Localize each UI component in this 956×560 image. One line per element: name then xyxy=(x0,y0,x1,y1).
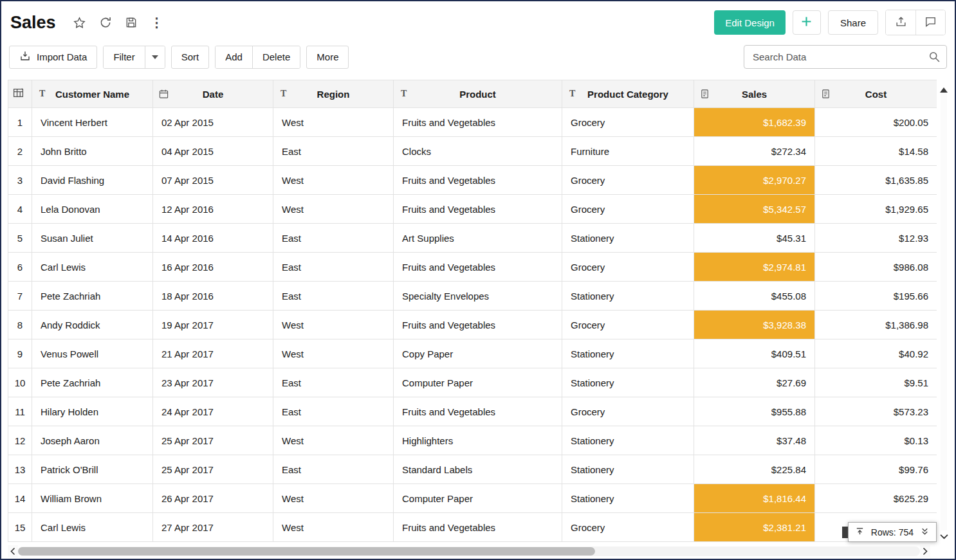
cell-product[interactable]: Clocks xyxy=(394,137,562,166)
cell-customer-name[interactable]: Lela Donovan xyxy=(32,195,153,224)
cell-product-category[interactable]: Grocery xyxy=(562,108,694,137)
table-row[interactable]: 5Susan Juliet14 Apr 2016EastArt Supplies… xyxy=(8,224,937,253)
cell-date[interactable]: 21 Apr 2017 xyxy=(153,339,273,368)
cell-region[interactable]: West xyxy=(273,484,394,513)
cell-product[interactable]: Fruits and Vegetables xyxy=(394,195,562,224)
table-row[interactable]: 4Lela Donovan12 Apr 2016WestFruits and V… xyxy=(8,195,937,224)
scroll-right-chevron-icon[interactable] xyxy=(920,545,930,557)
cell-sales[interactable]: $37.48 xyxy=(694,426,815,455)
column-header-product[interactable]: TProduct xyxy=(394,80,562,108)
cell-customer-name[interactable]: Pete Zachriah xyxy=(32,368,153,397)
cell-date[interactable]: 25 Apr 2017 xyxy=(153,455,273,484)
cell-region[interactable]: West xyxy=(273,108,394,137)
comments-button[interactable] xyxy=(915,10,945,35)
more-options-kebab-icon[interactable]: ⋮ xyxy=(151,16,163,29)
row-number[interactable]: 13 xyxy=(8,455,32,484)
table-row[interactable]: 11Hilary Holden24 Apr 2017EastFruits and… xyxy=(8,397,937,426)
row-number[interactable]: 1 xyxy=(8,108,32,137)
cell-region[interactable]: West xyxy=(273,513,394,542)
table-row[interactable]: 2John Britto04 Apr 2015EastClocksFurnitu… xyxy=(8,137,937,166)
cell-region[interactable]: East xyxy=(273,253,394,282)
cell-sales[interactable]: $455.08 xyxy=(694,282,815,311)
cell-sales[interactable]: $45.31 xyxy=(694,224,815,253)
horizontal-scrollbar-thumb[interactable] xyxy=(18,547,595,555)
cell-sales[interactable]: $1,682.39 xyxy=(694,108,815,137)
cell-date[interactable]: 18 Apr 2016 xyxy=(153,282,273,311)
cell-cost[interactable]: $200.05 xyxy=(815,108,937,137)
table-row[interactable]: 13Patrick O'Brill25 Apr 2017EastStandard… xyxy=(8,455,937,484)
cell-cost[interactable]: $9.51 xyxy=(815,368,937,397)
filter-button[interactable]: Filter xyxy=(104,46,144,68)
cell-customer-name[interactable]: David Flashing xyxy=(32,166,153,195)
cell-product[interactable]: Fruits and Vegetables xyxy=(394,166,562,195)
cell-region[interactable]: West xyxy=(273,426,394,455)
row-number[interactable]: 2 xyxy=(8,137,32,166)
search-icon[interactable] xyxy=(928,50,941,66)
cell-product-category[interactable]: Grocery xyxy=(562,195,694,224)
cell-sales[interactable]: $272.34 xyxy=(694,137,815,166)
cell-cost[interactable]: $195.66 xyxy=(815,282,937,311)
row-number[interactable]: 6 xyxy=(8,253,32,282)
row-number[interactable]: 7 xyxy=(8,282,32,311)
column-header-customer-name[interactable]: TCustomer Name xyxy=(32,80,153,108)
cell-sales[interactable]: $1,816.44 xyxy=(694,484,815,513)
cell-product[interactable]: Art Supplies xyxy=(394,224,562,253)
row-number[interactable]: 15 xyxy=(8,513,32,542)
cell-date[interactable]: 27 Apr 2017 xyxy=(153,513,273,542)
delete-button[interactable]: Delete xyxy=(252,46,300,68)
scroll-to-top-icon[interactable] xyxy=(855,527,865,538)
more-button[interactable]: More xyxy=(306,46,349,69)
filter-dropdown-button[interactable] xyxy=(145,46,165,68)
cell-region[interactable]: East xyxy=(273,282,394,311)
cell-region[interactable]: East xyxy=(273,455,394,484)
cell-sales[interactable]: $5,342.57 xyxy=(694,195,815,224)
cell-cost[interactable]: $0.13 xyxy=(815,426,937,455)
scroll-to-bottom-icon[interactable] xyxy=(920,527,930,538)
cell-product-category[interactable]: Grocery xyxy=(562,311,694,339)
row-number[interactable]: 8 xyxy=(8,311,32,339)
vertical-scrollbar-track[interactable] xyxy=(941,93,947,530)
cell-customer-name[interactable]: Joseph Aaron xyxy=(32,426,153,455)
cell-cost[interactable]: $12.93 xyxy=(815,224,937,253)
cell-customer-name[interactable]: Venus Powell xyxy=(32,339,153,368)
cell-region[interactable]: West xyxy=(273,166,394,195)
cell-sales[interactable]: $2,381.21 xyxy=(694,513,815,542)
row-number[interactable]: 4 xyxy=(8,195,32,224)
table-row[interactable]: 1Vincent Herbert02 Apr 2015WestFruits an… xyxy=(8,108,937,137)
cell-product-category[interactable]: Stationery xyxy=(562,339,694,368)
cell-sales[interactable]: $3,928.38 xyxy=(694,311,815,339)
cell-cost[interactable]: $1,386.98 xyxy=(815,311,937,339)
table-row[interactable]: 6Carl Lewis16 Apr 2016EastFruits and Veg… xyxy=(8,253,937,282)
column-header-date[interactable]: Date xyxy=(153,80,273,108)
table-row[interactable]: 12Joseph Aaron25 Apr 2017WestHighlighter… xyxy=(8,426,937,455)
cell-region[interactable]: East xyxy=(273,368,394,397)
row-number[interactable]: 11 xyxy=(8,397,32,426)
share-button[interactable]: Share xyxy=(828,10,878,35)
import-data-button[interactable]: Import Data xyxy=(9,46,97,69)
cell-date[interactable]: 14 Apr 2016 xyxy=(153,224,273,253)
cell-product-category[interactable]: Stationery xyxy=(562,368,694,397)
cell-product[interactable]: Standard Labels xyxy=(394,455,562,484)
rows-indicator-handle[interactable] xyxy=(842,527,848,538)
cell-cost[interactable]: $573.23 xyxy=(815,397,937,426)
cell-region[interactable]: West xyxy=(273,339,394,368)
row-number[interactable]: 12 xyxy=(8,426,32,455)
cell-product[interactable]: Fruits and Vegetables xyxy=(394,253,562,282)
row-number[interactable]: 9 xyxy=(8,339,32,368)
cell-region[interactable]: East xyxy=(273,137,394,166)
cell-date[interactable]: 04 Apr 2015 xyxy=(153,137,273,166)
cell-customer-name[interactable]: Patrick O'Brill xyxy=(32,455,153,484)
cell-customer-name[interactable]: Carl Lewis xyxy=(32,253,153,282)
cell-product[interactable]: Fruits and Vegetables xyxy=(394,397,562,426)
cell-customer-name[interactable]: Pete Zachriah xyxy=(32,282,153,311)
cell-date[interactable]: 07 Apr 2015 xyxy=(153,166,273,195)
scroll-up-arrow-icon[interactable] xyxy=(940,87,948,93)
cell-sales[interactable]: $27.69 xyxy=(694,368,815,397)
table-row[interactable]: 8Andy Roddick19 Apr 2017WestFruits and V… xyxy=(8,311,937,339)
cell-date[interactable]: 19 Apr 2017 xyxy=(153,311,273,339)
table-row[interactable]: 15Carl Lewis27 Apr 2017WestFruits and Ve… xyxy=(8,513,937,542)
cell-product-category[interactable]: Stationery xyxy=(562,426,694,455)
cell-product[interactable]: Specialty Envelopes xyxy=(394,282,562,311)
cell-region[interactable]: West xyxy=(273,195,394,224)
table-row[interactable]: 10Pete Zachriah23 Apr 2017EastComputer P… xyxy=(8,368,937,397)
